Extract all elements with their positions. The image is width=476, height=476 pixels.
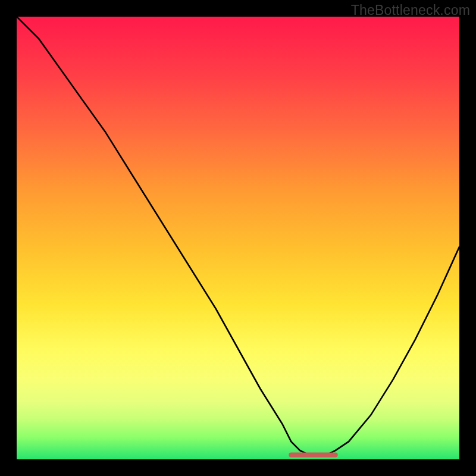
series-curve [17,17,459,455]
watermark-text: TheBottleneck.com [351,2,470,18]
chart-canvas: TheBottleneck.com [0,0,476,476]
plot-area [17,17,459,459]
chart-svg [17,17,459,459]
